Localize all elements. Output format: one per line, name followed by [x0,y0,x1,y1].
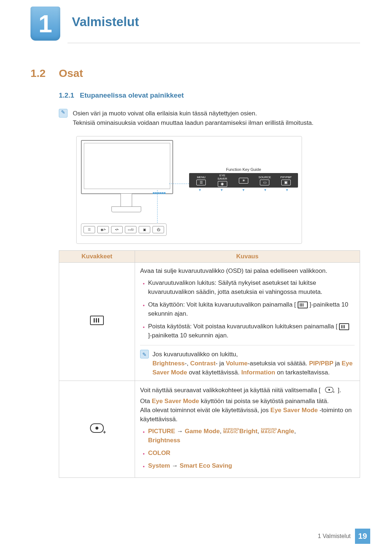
controls-table: Kuvakkeet Kuvaus Avaa tai sulje kuvaruut… [59,250,360,478]
note-icon: ✎ [59,109,68,118]
th-icons: Kuvakkeet [59,251,135,263]
footer-page-number: 19 [355,529,370,544]
row2-line-3: Alla olevat toiminnot eivät ole käytettä… [140,406,355,424]
monitor-stand [111,193,142,213]
subsection-number: 1.2.1 [59,91,74,99]
fg-menu: MENU☰ [191,176,212,185]
section-title: Osat [59,67,83,79]
note-block: ✎ Osien väri ja muoto voivat olla erilai… [59,109,360,128]
btn-pip-icon: ▣ [139,226,150,233]
row2-line-2: Ota Eye Saver Mode käyttöön tai poista s… [140,397,355,406]
monitor-outline [81,140,173,194]
note-line-2: Teknisiä ominaisuuksia voidaan muuttaa l… [73,118,348,128]
row-icon-eye: + [59,381,135,478]
row2-bullet-1: PICTURE → Game Mode, SAMSUNGMAGICBright,… [148,427,355,445]
row1-intro: Avaa tai sulje kuvaruutuvalikko (OSD) ta… [140,266,355,275]
fg-source: SOURCE▭ [254,176,275,185]
function-key-guide-label: Function Key Guide [189,167,298,172]
row1-bullet-2: Ota käyttöön: Voit lukita kuvaruutuvalik… [148,300,355,318]
inline-menu-icon [339,323,349,330]
callout-line [157,190,158,223]
footer-chapter-label: 1 Valmistelut [318,533,351,539]
function-key-guide: Function Key Guide MENU☰ EYE SAVER◉ ☀ SO… [189,167,298,192]
button-closeup-row: ☰ ◉/• •/• ▭/⎚ ▣ ⏻ [81,223,167,236]
btn-eye-icon: ◉/• [97,226,109,233]
fg-pip-pbp: PIP/PBP▣ [275,176,297,185]
page-footer: 1 Valmistelut 19 [318,529,370,544]
header-divider [68,43,360,43]
btn-power-icon: ⏻ [152,226,164,233]
row-desc-menu: Avaa tai sulje kuvaruutuvalikko (OSD) ta… [135,263,360,381]
note-text: Osien väri ja muoto voivat olla erilaisi… [73,109,348,128]
inline-menu-icon [298,301,308,308]
note-icon: ✎ [140,350,149,358]
note-line-1: Osien väri ja muoto voivat olla erilaisi… [73,109,348,118]
row1-note-body: Jos kuvaruutuvalikko on lukittu, Brightn… [152,350,355,377]
row1-note: ✎ Jos kuvaruutuvalikko on lukittu, Brigh… [140,345,355,377]
th-desc: Kuvaus [135,251,360,263]
samsung-magic-bright: SAMSUNGMAGIC [223,428,239,434]
eye-icon: + [90,423,104,435]
table-row-menu: Avaa tai sulje kuvaruutuvalikko (OSD) ta… [59,263,360,381]
monitor-diagram: ☰ ◉/• •/• ▭/⎚ ▣ ⏻ Function Key Guide MEN… [76,136,302,244]
table-row-eye: + Voit näyttää seuraavat valikkokohteet … [59,381,360,478]
row2-bullet-3: System → Smart Eco Saving [148,461,355,470]
row-desc-eye: Voit näyttää seuraavat valikkokohteet ja… [135,381,360,478]
monitor-screen [84,143,170,189]
btn-source-icon: ▭/⎚ [125,226,136,233]
row1-bullet-1: Kuvaruutuvalikon lukitus: Säilytä nykyis… [148,278,355,296]
fg-blank: ☀ [233,177,254,184]
fg-eye-saver: EYE SAVER◉ [212,174,233,187]
row1-bullet-3: Poista käytöstä: Voit poistaa kuvaruutuv… [148,322,355,340]
subsection-title: Etupaneelissa olevat painikkeet [80,91,184,99]
row2-bullet-2: COLOR [148,448,355,457]
subsection-heading: 1.2.1 Etupaneelissa olevat painikkeet [59,91,184,99]
section-number: 1.2 [30,67,46,79]
inline-eye-icon: + [325,387,333,394]
chapter-number-tab: 1 [30,7,60,41]
chapter-title: Valmistelut [72,15,139,29]
btn-adjust-icon: •/• [111,226,123,233]
function-key-bar: MENU☰ EYE SAVER◉ ☀ SOURCE▭ PIP/PBP▣ [189,173,298,188]
menu-icon [90,316,104,325]
btn-menu-icon: ☰ [83,226,95,233]
samsung-magic-angle: SAMSUNGMAGIC [261,428,277,434]
function-key-arrows: ▾▾▾▾▾ [189,188,298,192]
row2-line-1: Voit näyttää seuraavat valikkokohteet ja… [140,385,355,397]
monitor-buttons [153,189,171,191]
row-icon-menu [59,263,135,381]
callout-line [169,184,189,184]
